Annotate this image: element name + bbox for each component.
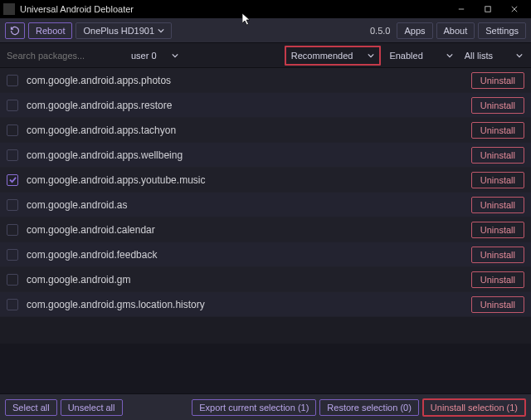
app-icon: [3, 3, 15, 15]
footer-bar: Select all Unselect all Export current s…: [0, 393, 531, 420]
package-row[interactable]: com.google.android.gmUninstall: [0, 267, 531, 292]
uninstall-button[interactable]: Uninstall: [471, 172, 524, 188]
list-select[interactable]: All lists: [461, 48, 526, 63]
unselect-all-button[interactable]: Unselect all: [61, 399, 123, 416]
uninstall-selection-button[interactable]: Uninstall selection (1): [422, 398, 526, 417]
checkbox[interactable]: [7, 199, 18, 211]
checkbox[interactable]: [7, 125, 18, 136]
package-name: com.google.android.as: [27, 199, 471, 211]
package-row[interactable]: com.google.android.apps.restoreUninstall: [0, 93, 531, 118]
checkbox[interactable]: [7, 149, 18, 161]
device-select[interactable]: OnePlus HD1901: [76, 22, 172, 39]
package-name: com.google.android.apps.restore: [27, 100, 471, 111]
search-input[interactable]: [5, 47, 123, 64]
svg-rect-1: [485, 7, 490, 12]
checkbox[interactable]: [7, 249, 18, 261]
package-name: com.google.android.apps.wellbeing: [27, 149, 471, 161]
uninstall-button[interactable]: Uninstall: [471, 296, 524, 313]
status-select[interactable]: Enabled: [386, 48, 455, 63]
package-row[interactable]: com.google.android.gms.location.historyU…: [0, 292, 531, 317]
package-name: com.google.android.calendar: [27, 224, 471, 236]
restore-selection-button[interactable]: Restore selection (0): [319, 399, 419, 416]
package-row[interactable]: com.google.android.feedbackUninstall: [0, 242, 531, 267]
package-name: com.google.android.apps.youtube.music: [27, 174, 471, 186]
select-all-button[interactable]: Select all: [5, 399, 57, 416]
uninstall-button[interactable]: Uninstall: [471, 271, 524, 288]
package-row[interactable]: com.google.android.apps.wellbeingUninsta…: [0, 143, 531, 168]
user-select[interactable]: user 0: [128, 48, 182, 63]
uninstall-button[interactable]: Uninstall: [471, 197, 524, 213]
window-title: Universal Android Debloater: [20, 4, 134, 14]
chevron-down-icon: [172, 51, 178, 61]
package-row[interactable]: com.google.android.calendarUninstall: [0, 217, 531, 242]
checkbox[interactable]: [7, 299, 18, 310]
chevron-down-icon: [516, 51, 523, 61]
package-row[interactable]: com.google.android.asUninstall: [0, 193, 531, 217]
package-name: com.google.android.gm: [27, 274, 471, 286]
package-name: com.google.android.apps.tachyon: [27, 125, 471, 136]
uninstall-button[interactable]: Uninstall: [471, 147, 524, 164]
chevron-down-icon: [446, 51, 453, 61]
chevron-down-icon: [158, 26, 164, 36]
list-label: All lists: [465, 51, 493, 61]
checkbox[interactable]: [7, 274, 18, 286]
uninstall-button[interactable]: Uninstall: [471, 247, 524, 263]
package-row[interactable]: com.google.android.apps.photosUninstall: [0, 68, 531, 93]
minimize-button[interactable]: [448, 0, 475, 18]
filter-bar: user 0 Recommended Enabled All lists: [0, 43, 531, 68]
version-label: 0.5.0: [370, 26, 390, 36]
package-row[interactable]: com.google.android.apps.tachyonUninstall: [0, 118, 531, 143]
refresh-button[interactable]: [5, 22, 25, 39]
settings-tab[interactable]: Settings: [478, 22, 526, 39]
export-selection-button[interactable]: Export current selection (1): [192, 399, 316, 416]
apps-tab[interactable]: Apps: [397, 22, 432, 39]
package-list: com.google.android.apps.photosUninstallc…: [0, 68, 531, 344]
package-name: com.google.android.feedback: [27, 249, 471, 261]
checkbox[interactable]: [7, 174, 18, 186]
reboot-button[interactable]: Reboot: [28, 22, 72, 39]
device-label: OnePlus HD1901: [83, 26, 154, 36]
chevron-down-icon: [368, 51, 374, 61]
window-titlebar: Universal Android Debloater: [0, 0, 531, 18]
package-row[interactable]: com.google.android.apps.youtube.musicUni…: [0, 168, 531, 193]
package-name: com.google.android.gms.location.history: [27, 299, 471, 310]
about-tab[interactable]: About: [436, 22, 475, 39]
highlight-frame: Recommended: [285, 46, 382, 66]
category-label: Recommended: [291, 51, 353, 61]
package-name: com.google.android.apps.photos: [27, 75, 471, 86]
uninstall-button[interactable]: Uninstall: [471, 72, 524, 89]
empty-area: [0, 344, 531, 393]
uninstall-button[interactable]: Uninstall: [471, 222, 524, 238]
category-select[interactable]: Recommended: [288, 48, 378, 63]
checkbox[interactable]: [7, 100, 18, 111]
uninstall-button[interactable]: Uninstall: [471, 97, 524, 114]
top-toolbar: Reboot OnePlus HD1901 0.5.0 Apps About S…: [0, 18, 531, 43]
maximize-button[interactable]: [475, 0, 501, 18]
checkbox[interactable]: [7, 75, 18, 86]
close-button[interactable]: [501, 0, 528, 18]
status-label: Enabled: [389, 51, 422, 61]
checkbox[interactable]: [7, 224, 18, 236]
uninstall-button[interactable]: Uninstall: [471, 122, 524, 139]
user-label: user 0: [131, 51, 157, 61]
